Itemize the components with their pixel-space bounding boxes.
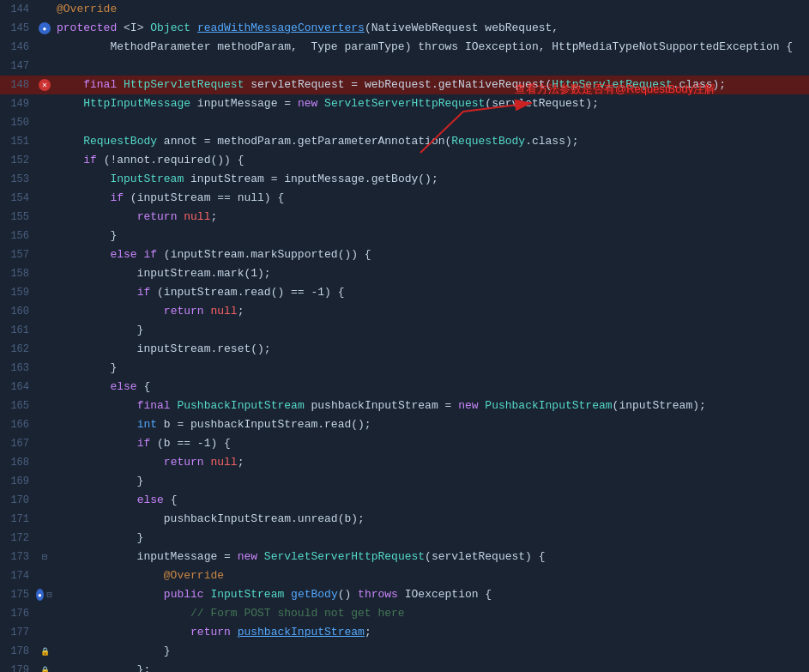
line-number: 156 [0,230,36,242]
code-line: 174 @Override [0,566,809,585]
code-line: 178🔒 } [0,642,809,661]
code-content: HttpInputMessage inputMessage = new Serv… [53,94,809,113]
line-number: 159 [0,287,36,299]
code-line: 153 InputStream inputStream = inputMessa… [0,170,809,189]
line-number: 174 [0,570,36,582]
code-line: 146 MethodParameter methodParam, Type pa… [0,38,809,57]
code-content: RequestBody annot = methodParam.getParam… [53,132,809,151]
line-number: 172 [0,532,36,544]
code-line: 176 // Form POST should not get here [0,604,809,623]
code-content: else if (inputStream.markSupported()) { [53,245,809,264]
code-content: if (inputStream == null) { [53,189,809,208]
code-line: 160 return null; [0,302,809,321]
line-number: 155 [0,211,36,223]
line-number: 173 [0,551,36,563]
gutter: ✕ [36,79,53,91]
line-number: 179 [0,664,36,672]
code-line: 168 return null; [0,453,809,472]
error-icon[interactable]: ✕ [39,79,51,91]
code-line: 152 if (!annot.required()) { [0,151,809,170]
line-number: 147 [0,60,36,72]
collapse-icon[interactable]: ⊟ [39,551,51,563]
code-content: } [53,359,809,378]
gutter: 🔒 [36,664,53,672]
code-line: 158 inputStream.mark(1); [0,264,809,283]
code-line: 163 } [0,359,809,378]
lock-icon: 🔒 [39,664,51,672]
code-line: 154 if (inputStream == null) { [0,189,809,208]
code-content: InputStream inputStream = inputMessage.g… [53,170,809,189]
code-line: 156 } [0,227,809,245]
code-line: 170 else { [0,491,809,510]
code-content: return null; [53,208,809,227]
code-content: inputStream.reset(); [53,340,809,359]
code-line: 161 } [0,321,809,340]
line-number: 149 [0,98,36,110]
code-content: if (inputStream.read() == -1) { [53,283,809,302]
line-number: 148 [0,79,36,91]
code-line: 155 return null; [0,208,809,227]
gutter: ⊟ [36,551,53,563]
code-line: 167 if (b == -1) { [0,434,809,453]
line-number: 157 [0,249,36,261]
code-content: }; [53,661,809,672]
line-number: 176 [0,608,36,620]
code-line: 157 else if (inputStream.markSupported()… [0,245,809,264]
line-number: 164 [0,381,36,393]
code-line: 177 return pushbackInputStream; [0,623,809,642]
code-line: 150 [0,113,809,132]
code-content: if (b == -1) { [53,434,809,453]
code-content: return pushbackInputStream; [53,623,809,642]
code-content: @Override [53,0,809,19]
code-line: 165 final PushbackInputStream pushbackIn… [0,397,809,415]
code-content: else { [53,491,809,510]
breakpoint-icon[interactable]: ● [36,589,44,601]
line-number: 152 [0,154,36,166]
code-line: 144@Override [0,0,809,19]
line-number: 167 [0,438,36,450]
code-content: } [53,642,809,661]
code-content: } [53,529,809,548]
line-number: 165 [0,400,36,412]
collapse-icon[interactable]: ⊟ [45,589,53,601]
code-line: 151 RequestBody annot = methodParam.getP… [0,132,809,151]
code-content: @Override [53,566,809,585]
line-number: 160 [0,306,36,318]
line-number: 171 [0,513,36,525]
code-content: pushbackInputStream.unread(b); [53,510,809,529]
code-line: 175●⊟ public InputStream getBody() throw… [0,585,809,604]
code-content: } [53,472,809,491]
code-line: 179🔒 }; [0,661,809,672]
line-number: 169 [0,475,36,487]
line-number: 145 [0,22,36,34]
code-content: inputStream.mark(1); [53,264,809,283]
line-number: 170 [0,494,36,506]
line-number: 150 [0,117,36,129]
code-line: 166 int b = pushbackInputStream.read(); [0,415,809,434]
breakpoint-icon[interactable]: ● [39,22,51,34]
code-content: MethodParameter methodParam, Type paramT… [53,38,809,57]
code-line: 169 } [0,472,809,491]
code-line: 149 HttpInputMessage inputMessage = new … [0,94,809,113]
code-content: final HttpServletRequest servletRequest … [53,76,809,94]
line-number: 158 [0,268,36,280]
line-number: 177 [0,627,36,639]
code-content: else { [53,378,809,397]
code-content: public InputStream getBody() throws IOex… [53,585,809,604]
line-number: 163 [0,362,36,374]
gutter: ●⊟ [36,589,53,601]
code-line: 173⊟ inputMessage = new ServletServerHtt… [0,548,809,566]
code-content: } [53,321,809,340]
line-number: 166 [0,419,36,431]
line-number: 161 [0,324,36,336]
gutter: 🔒 [36,645,53,657]
code-content: } [53,227,809,245]
code-content: // Form POST should not get here [53,604,809,623]
line-number: 151 [0,136,36,148]
code-content: return null; [53,453,809,472]
code-line: 148✕ final HttpServletRequest servletReq… [0,76,809,94]
code-line: 171 pushbackInputStream.unread(b); [0,510,809,529]
code-content: return null; [53,302,809,321]
line-number: 178 [0,645,36,657]
code-content: if (!annot.required()) { [53,151,809,170]
